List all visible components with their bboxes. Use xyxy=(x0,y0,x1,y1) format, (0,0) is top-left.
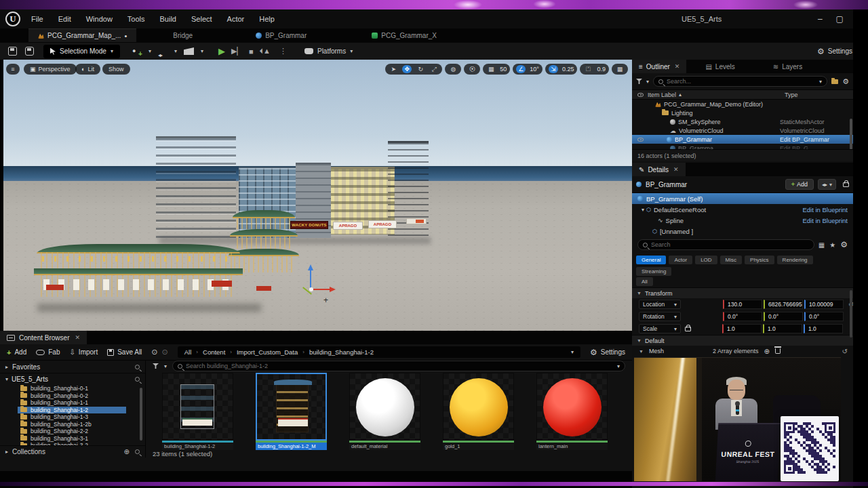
location-x[interactable]: 130.0 xyxy=(723,300,762,309)
fab-button[interactable]: Fab xyxy=(36,348,60,356)
eject-button[interactable]: ⏴▲ xyxy=(260,47,271,56)
reset-mesh-icon[interactable]: ↺ xyxy=(842,348,848,355)
level-viewport[interactable]: WACKY DONUTS APRAGO APRAGO xyxy=(3,60,632,331)
save-all-button[interactable]: Save All xyxy=(107,348,142,356)
unreal-logo-icon[interactable]: U xyxy=(5,12,20,26)
scale-lock-icon[interactable] xyxy=(685,327,691,331)
rotate-tool[interactable]: ↻ xyxy=(416,66,425,73)
search-icon[interactable] xyxy=(135,365,140,369)
cinematics-icon[interactable] xyxy=(184,47,194,55)
frame-skip-button[interactable]: ▶▏ xyxy=(231,47,243,56)
visibility-column-icon[interactable] xyxy=(637,93,644,97)
grid-snap-value[interactable]: 50 xyxy=(500,66,507,73)
cat-streaming[interactable]: Streaming xyxy=(636,267,671,276)
rotation-y[interactable]: 0.0° xyxy=(764,312,803,321)
menu-file[interactable]: File xyxy=(31,15,43,23)
scale-dropdown[interactable]: Scale▾ xyxy=(639,324,681,333)
menu-build[interactable]: Build xyxy=(160,15,176,23)
outliner-search-input[interactable] xyxy=(667,78,816,85)
edit-in-blueprint-link[interactable]: Edit in Blueprint xyxy=(802,217,848,224)
outliner-row-clipped[interactable]: BP_Gramma Edit BP_G xyxy=(632,144,853,149)
cat-all[interactable]: All xyxy=(636,277,653,286)
minimize-button[interactable]: – xyxy=(818,14,823,24)
location-z[interactable]: 10.00009 xyxy=(804,300,844,309)
cat-physics[interactable]: Physics xyxy=(745,256,774,264)
location-dropdown[interactable]: Location▾ xyxy=(639,300,681,309)
trash-icon[interactable] xyxy=(775,348,781,354)
outliner-scrollbar[interactable] xyxy=(850,119,852,149)
tab-outliner[interactable]: ≡ Outliner ✕ xyxy=(632,60,686,73)
cb-settings-dropdown[interactable]: ⚙ Settings xyxy=(590,348,625,357)
asset-building-shanghai-1-2[interactable]: building_Shanghai-1-2 xyxy=(162,373,233,450)
search-icon[interactable] xyxy=(135,377,140,382)
tab-content-browser[interactable]: Content Browser ✕ xyxy=(0,331,87,344)
add-element-icon[interactable]: ⊕ xyxy=(764,348,769,355)
component-unnamed[interactable]: ⬡ [Unnamed ] xyxy=(632,226,853,237)
tree-item-5[interactable]: building_Shanghai-1-2b xyxy=(18,421,145,428)
tree-item-1[interactable]: building_Shanghai-0-2 xyxy=(18,392,145,400)
rotation-snap-value[interactable]: 10° xyxy=(530,66,539,73)
editor-settings-dropdown[interactable]: ⚙ Settings ▾ xyxy=(817,47,859,56)
rotation-snap-icon[interactable]: ∠ xyxy=(516,65,526,73)
viewport-options-menu[interactable]: ≡ xyxy=(6,64,20,75)
details-settings-icon[interactable]: ⚙ xyxy=(840,240,848,249)
outliner-row-lighting[interactable]: Lighting xyxy=(632,108,853,117)
component-spline[interactable]: ∿ Spline Edit in Blueprint xyxy=(632,215,853,226)
platforms-dropdown[interactable]: Platforms ▾ xyxy=(304,47,353,55)
cat-actor[interactable]: Actor xyxy=(669,256,692,264)
cat-misc[interactable]: Misc xyxy=(720,256,742,264)
cat-rendering[interactable]: Rendering xyxy=(777,256,813,264)
menu-tools[interactable]: Tools xyxy=(127,15,145,23)
asset-gold-1[interactable]: gold_1 xyxy=(443,373,514,450)
add-button[interactable]: +Add xyxy=(7,348,26,357)
tree-item-8[interactable]: building_Shanghai-3-2 xyxy=(18,442,145,445)
details-search-input[interactable] xyxy=(651,241,809,248)
camera-speed-value[interactable]: 0.9 xyxy=(597,66,606,73)
crumb-all[interactable]: All xyxy=(184,348,192,356)
crumb-import-custom-data[interactable]: Import_Custom_Data xyxy=(237,348,298,356)
asset-search[interactable]: ▾ xyxy=(172,361,625,371)
scale-snap-value[interactable]: 0.25 xyxy=(562,66,574,73)
play-button[interactable]: ▶ xyxy=(218,46,225,56)
close-icon[interactable]: ✕ xyxy=(75,334,80,341)
display-filter-icon[interactable]: ▦ xyxy=(818,241,825,249)
outliner-search[interactable]: ▾ xyxy=(653,76,827,87)
favorites-section[interactable]: ▸Favorites xyxy=(0,361,145,373)
asset-lantern-main[interactable]: lantern_main xyxy=(536,373,608,450)
show-dropdown[interactable]: Show xyxy=(102,64,130,75)
tree-item-4[interactable]: building_Shanghai-1-3 xyxy=(18,413,145,421)
asset-default-material[interactable]: default_material xyxy=(349,373,420,450)
play-options-kebab[interactable]: ⋮ xyxy=(279,47,287,56)
details-scrollbar[interactable] xyxy=(850,290,852,338)
eye-icon[interactable] xyxy=(637,138,644,142)
tree-item-6[interactable]: building_Shanghai-2-2 xyxy=(18,428,145,435)
outliner-row-bp-grammar[interactable]: BP_Grammar Edit BP_Grammar xyxy=(632,135,853,144)
menu-select[interactable]: Select xyxy=(191,15,212,23)
default-section-header[interactable]: ▼Default xyxy=(632,335,853,346)
tab-bridge[interactable]: Bridge xyxy=(163,28,202,42)
scale-z[interactable]: 1.0 xyxy=(804,324,843,333)
perspective-dropdown[interactable]: ▣ Perspective xyxy=(24,64,77,75)
edit-in-blueprint-link[interactable]: Edit in Blueprint xyxy=(802,206,848,214)
close-icon[interactable]: ✕ xyxy=(673,166,679,173)
add-actor-icon[interactable] xyxy=(132,47,142,56)
outliner-row-skysphere[interactable]: SM_SkySphere StaticMeshActor xyxy=(632,117,853,126)
lit-dropdown[interactable]: ◐ Lit xyxy=(75,64,100,75)
blueprint-edit-dropdown[interactable]: ◂▸ ▾ xyxy=(818,179,836,190)
tab-details[interactable]: ✎ Details ✕ xyxy=(632,163,686,176)
stop-button[interactable]: ■ xyxy=(249,47,254,56)
maximize-button[interactable]: ▢ xyxy=(836,14,844,24)
close-icon[interactable]: ✕ xyxy=(675,63,680,70)
blueprints-menu-icon[interactable] xyxy=(158,47,167,56)
component-defaultsceneroot[interactable]: ▾ ⬡ DefaultSceneRoot Edit in Blueprint xyxy=(632,204,853,215)
favorites-icon[interactable]: ★ xyxy=(829,241,835,249)
tree-item-0[interactable]: building_Shanghai-0-1 xyxy=(18,385,145,392)
scale-snap-icon[interactable]: ⇲ xyxy=(549,65,558,73)
selection-mode-dropdown[interactable]: Selection Mode ▾ xyxy=(43,45,120,58)
select-tool[interactable]: ➤ xyxy=(389,66,398,73)
location-y[interactable]: 6826.766695 xyxy=(764,300,803,309)
crumb-content[interactable]: Content xyxy=(203,348,225,356)
import-button[interactable]: ⇩Import xyxy=(69,348,98,356)
gizmo-x-axis[interactable] xyxy=(311,289,333,290)
tab-bp-grammar[interactable]: BP_Grammar xyxy=(246,28,316,42)
